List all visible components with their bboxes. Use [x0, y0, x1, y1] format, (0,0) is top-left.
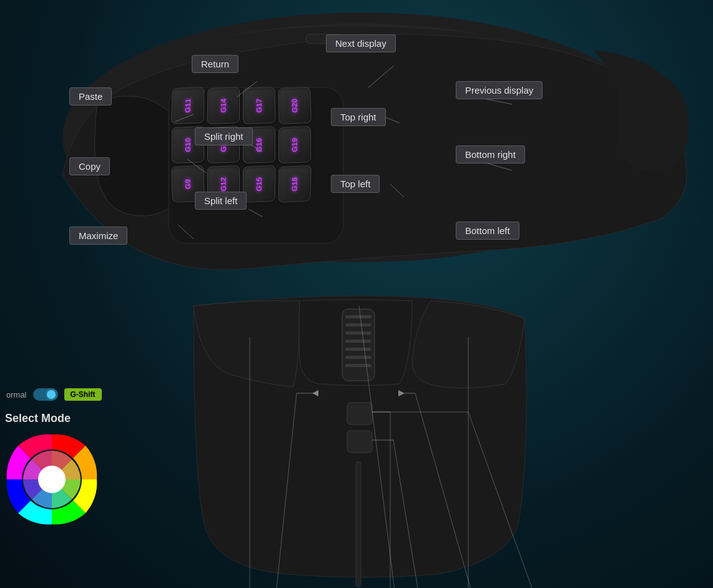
svg-line-28 [359, 306, 396, 588]
g17-button[interactable]: G17 [243, 87, 275, 124]
svg-line-12 [248, 209, 262, 217]
svg-rect-16 [345, 315, 371, 318]
bottom-right-label[interactable]: Bottom right [456, 145, 525, 164]
split-left-label[interactable]: Split left [195, 192, 247, 210]
svg-rect-18 [345, 331, 371, 335]
svg-rect-21 [345, 356, 371, 359]
svg-point-51 [38, 466, 66, 493]
color-wheel-section: Select Mode [0, 412, 125, 526]
next-display-label[interactable]: Next display [326, 34, 396, 52]
paste-label[interactable]: Paste [69, 87, 112, 105]
mode-toggle-container: ormal G-Shift [0, 388, 108, 401]
return-label[interactable]: Return [192, 55, 238, 73]
svg-rect-20 [345, 348, 371, 351]
svg-line-45 [468, 412, 571, 588]
toggle-knob [47, 390, 56, 399]
mouse-top-section: G11 G14 G17 G20 G10 G13 G16 G19 G9 G12 G… [0, 0, 713, 287]
svg-rect-27 [356, 462, 361, 587]
svg-rect-15 [342, 309, 375, 381]
previous-display-label[interactable]: Previous display [456, 81, 543, 99]
svg-marker-25 [312, 390, 318, 396]
copy-label[interactable]: Copy [69, 157, 110, 175]
svg-marker-26 [398, 390, 405, 396]
svg-rect-23 [347, 403, 372, 424]
svg-line-37 [415, 393, 493, 588]
svg-rect-22 [345, 364, 371, 367]
svg-line-42 [393, 440, 440, 588]
normal-mode-label: ormal [6, 390, 27, 399]
g18-button[interactable]: G18 [278, 165, 311, 203]
color-wheel[interactable] [5, 433, 99, 526]
bottom-left-label[interactable]: Bottom left [456, 222, 519, 240]
g20-button[interactable]: G20 [278, 87, 312, 124]
select-mode-label: Select Mode [0, 412, 125, 425]
svg-line-11 [390, 184, 404, 197]
svg-rect-17 [345, 323, 371, 326]
g19-button[interactable]: G19 [278, 126, 311, 164]
svg-line-3 [368, 66, 394, 87]
top-left-label[interactable]: Top left [331, 175, 380, 193]
maximize-label[interactable]: Maximize [69, 227, 127, 245]
svg-rect-19 [345, 340, 371, 343]
g11-button[interactable]: G11 [171, 87, 204, 124]
g14-button[interactable]: G14 [207, 87, 240, 124]
svg-line-35 [268, 393, 297, 588]
svg-line-13 [178, 225, 194, 239]
split-right-label[interactable]: Split right [195, 127, 253, 145]
svg-rect-24 [347, 431, 372, 453]
g-shift-badge[interactable]: G-Shift [64, 388, 102, 401]
top-right-label[interactable]: Top right [331, 108, 386, 126]
mode-toggle-switch[interactable] [33, 388, 58, 401]
g15-button[interactable]: G15 [243, 165, 275, 203]
